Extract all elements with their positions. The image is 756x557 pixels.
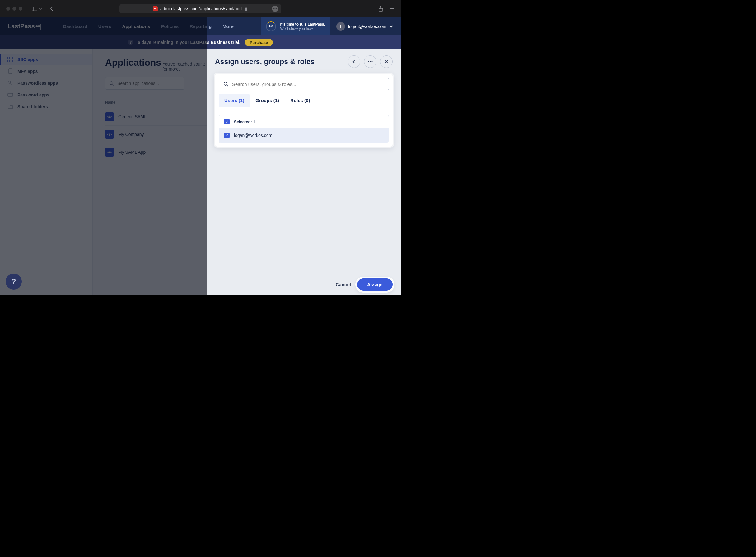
top-nav: LastPass•••| Dashboard Users Application… xyxy=(0,17,401,35)
sidebar-item-mfa[interactable]: MFA apps xyxy=(0,65,92,77)
share-icon[interactable] xyxy=(378,6,383,11)
svg-point-15 xyxy=(110,82,113,85)
apps-icon xyxy=(7,92,13,98)
tab-users[interactable]: Users (1) xyxy=(219,94,250,107)
assign-panel: Users (1) Groups (1) Roles (0) ✓ Selecte… xyxy=(215,74,393,147)
onboarding-promo[interactable]: 1/6 It's time to rule LastPass. We'll sh… xyxy=(261,17,330,35)
svg-rect-5 xyxy=(11,57,13,59)
svg-point-17 xyxy=(370,61,370,62)
sidebar-toggle[interactable] xyxy=(32,6,42,11)
page-subtitle2: for more. xyxy=(162,67,205,71)
svg-rect-4 xyxy=(8,57,10,59)
nav-dashboard[interactable]: Dashboard xyxy=(63,24,87,29)
account-menu[interactable]: l logan@workos.com xyxy=(336,22,393,31)
favicon-icon: ••• xyxy=(153,6,158,11)
svg-rect-0 xyxy=(32,6,37,10)
svg-rect-2 xyxy=(245,8,247,10)
nav-policies[interactable]: Policies xyxy=(161,24,179,29)
app-name: Generic SAML xyxy=(118,114,147,119)
sidebar-item-label: SSO apps xyxy=(18,57,38,62)
url-text: admin.lastpass.com/applications/saml/add xyxy=(160,6,242,11)
banner-text: 6 days remaining in your LastPass Busine… xyxy=(138,40,241,45)
app-search[interactable] xyxy=(105,77,184,90)
app-search-input[interactable] xyxy=(117,81,180,86)
selected-count: Selected: 1 xyxy=(234,119,255,124)
promo-title: It's time to rule LastPass. xyxy=(280,22,325,26)
logo-dots-icon: •••| xyxy=(35,23,41,30)
app-icon: </> xyxy=(105,112,114,121)
user-checkbox[interactable]: ✓ xyxy=(224,133,230,138)
drawer-more-button[interactable] xyxy=(364,55,376,68)
sidebar-item-passwordless[interactable]: Passwordless apps xyxy=(0,77,92,89)
nav-reporting[interactable]: Reporting xyxy=(189,24,212,29)
lock-icon xyxy=(244,6,248,11)
sidebar-item-label: Password apps xyxy=(18,92,50,97)
sidebar-item-label: Passwordless apps xyxy=(18,81,58,86)
close-window[interactable] xyxy=(6,7,10,10)
key-icon xyxy=(7,80,13,86)
url-bar[interactable]: ••• admin.lastpass.com/applications/saml… xyxy=(119,4,281,13)
svg-point-18 xyxy=(371,61,372,62)
tab-groups[interactable]: Groups (1) xyxy=(250,94,285,107)
assign-search-input[interactable] xyxy=(232,82,384,87)
cancel-button[interactable]: Cancel xyxy=(336,282,351,287)
avatar: l xyxy=(336,22,345,31)
drawer-back-button[interactable] xyxy=(348,55,360,68)
sidebar-item-label: Shared folders xyxy=(18,104,48,109)
assign-search[interactable] xyxy=(219,78,389,90)
select-all-checkbox[interactable]: ✓ xyxy=(224,119,230,124)
new-tab-icon[interactable] xyxy=(390,6,394,11)
logo[interactable]: LastPass•••| xyxy=(7,23,41,30)
svg-point-9 xyxy=(10,72,10,73)
sidebar: SSO apps MFA apps Passwordless apps Pass… xyxy=(0,49,93,295)
page-subtitle: You've reached your 3 xyxy=(162,62,205,67)
sidebar-item-shared[interactable]: Shared folders xyxy=(0,101,92,113)
purchase-button[interactable]: Purchase xyxy=(245,39,273,46)
sidebar-item-label: MFA apps xyxy=(18,69,38,74)
svg-rect-7 xyxy=(11,60,13,62)
user-email: logan@workos.com xyxy=(234,133,272,138)
svg-point-13 xyxy=(10,95,10,95)
phone-icon xyxy=(7,68,13,74)
search-icon xyxy=(109,81,114,86)
back-button[interactable] xyxy=(50,6,54,11)
progress-ring-icon: 1/6 xyxy=(266,22,276,31)
nav-applications[interactable]: Applications xyxy=(122,24,150,29)
sidebar-item-password[interactable]: Password apps xyxy=(0,89,92,101)
assign-button[interactable]: Assign xyxy=(357,278,393,291)
folder-icon xyxy=(7,104,13,110)
maximize-window[interactable] xyxy=(19,7,22,10)
drawer-close-button[interactable] xyxy=(380,55,393,68)
svg-point-14 xyxy=(11,95,12,95)
user-row[interactable]: ✓ logan@workos.com xyxy=(219,128,389,143)
drawer-title: Assign users, groups & roles xyxy=(215,58,314,66)
app-name: My SAML App xyxy=(118,150,146,155)
help-bubble[interactable]: ? xyxy=(6,273,22,290)
promo-subtitle: We'll show you how. xyxy=(280,26,325,31)
page-title: Applications xyxy=(105,57,161,68)
sidebar-item-sso[interactable]: SSO apps xyxy=(0,54,92,65)
tab-roles[interactable]: Roles (0) xyxy=(285,94,315,107)
chevron-down-icon xyxy=(390,25,393,28)
account-email: logan@workos.com xyxy=(348,24,386,29)
select-all-row[interactable]: ✓ Selected: 1 xyxy=(219,115,389,128)
nav-users[interactable]: Users xyxy=(98,24,111,29)
svg-rect-6 xyxy=(8,60,10,62)
minimize-window[interactable] xyxy=(12,7,16,10)
reader-icon[interactable]: ••• xyxy=(272,6,278,12)
help-icon[interactable]: ? xyxy=(128,39,133,45)
assign-drawer: Assign users, groups & roles xyxy=(207,49,401,295)
chevron-down-icon xyxy=(39,7,42,10)
svg-point-12 xyxy=(9,95,9,95)
svg-point-16 xyxy=(368,61,369,62)
app-name: My Company xyxy=(118,132,144,137)
search-icon xyxy=(223,82,229,87)
grid-icon xyxy=(7,57,13,62)
browser-chrome: ••• admin.lastpass.com/applications/saml… xyxy=(0,0,401,17)
trial-banner: ? 6 days remaining in your LastPass Busi… xyxy=(0,35,401,49)
window-controls[interactable] xyxy=(6,7,22,10)
svg-point-19 xyxy=(224,82,227,85)
app-icon: </> xyxy=(105,130,114,139)
app-icon: </> xyxy=(105,148,114,156)
nav-more[interactable]: More xyxy=(222,24,234,29)
